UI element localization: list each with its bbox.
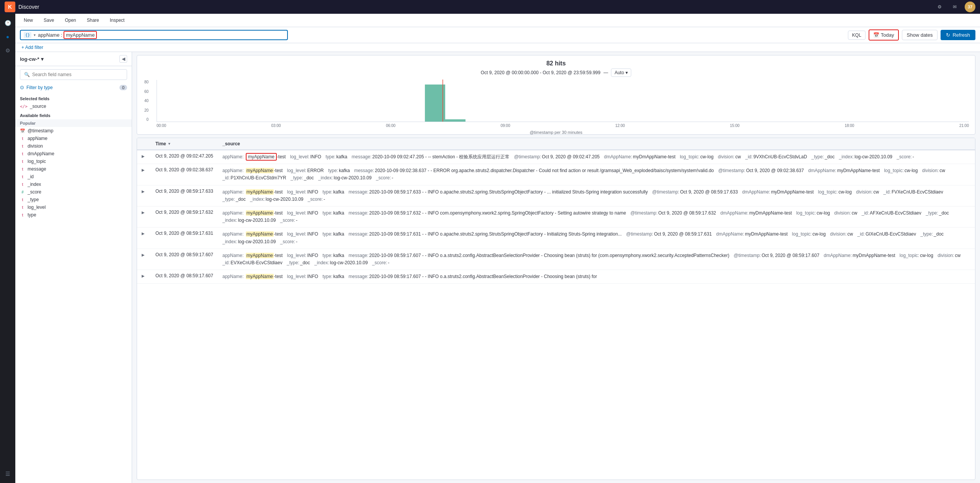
source-cell: appName: myAppName-test log_level:INFO t… (218, 185, 975, 206)
nav-settings-icon[interactable]: ⚙ (2, 44, 14, 57)
field-name-division: division (28, 143, 43, 149)
time-cell: Oct 9, 2020 @ 09:02:47.205 (151, 150, 218, 164)
field-type-icon-type: t (20, 213, 25, 217)
field-type-icon-id: t (20, 175, 25, 179)
expand-button[interactable]: ▶ (142, 274, 145, 278)
save-button[interactable]: Save (40, 16, 58, 24)
filter-bar: + Add filter (15, 43, 980, 52)
kql-button[interactable]: KQL (848, 31, 866, 40)
field-item-score[interactable]: # _score (15, 188, 132, 196)
expand-cell[interactable]: ▶ (137, 228, 151, 249)
show-dates-button[interactable]: Show dates (902, 30, 938, 40)
expand-cell[interactable]: ▶ (137, 249, 151, 270)
top-navigation: K Discover ⚙ ✉ 37 (0, 0, 980, 14)
source-cell: appName: myAppName-test log_level:INFO t… (218, 249, 975, 270)
field-item-logtopic[interactable]: t log_topic (15, 158, 132, 165)
field-type-icon-index: t (20, 182, 25, 187)
index-pattern-selector[interactable]: log-cw-* ▾ (20, 56, 44, 62)
expand-button[interactable]: ▶ (142, 253, 145, 257)
expand-cell[interactable]: ▶ (137, 185, 151, 206)
inspect-button[interactable]: Inspect (106, 16, 129, 24)
time-cell: Oct 9, 2020 @ 08:59:17.633 (151, 185, 218, 206)
field-item-source[interactable]: </> _source (15, 102, 132, 110)
field-item-type[interactable]: t type (15, 211, 132, 219)
expand-cell[interactable]: ▶ (137, 150, 151, 164)
field-name-appname: appName (28, 136, 47, 141)
nav-icons: ⚙ ✉ 37 (934, 2, 975, 12)
field-type-icon-timestamp: 📅 (20, 128, 25, 133)
toolbar: New Save Open Share Inspect (15, 14, 980, 27)
field-type-icon-logtopic: t (20, 159, 25, 164)
source-cell: appName: myAppName-test log_level:INFO t… (218, 228, 975, 249)
time-range-separator: — (603, 70, 608, 75)
chart-timestamp-label: @timestamp per 30 minutes (143, 130, 969, 135)
field-item-index[interactable]: t _index (15, 181, 132, 188)
expand-button[interactable]: ▶ (142, 154, 145, 158)
field-item-dmappname[interactable]: t dmAppName (15, 150, 132, 158)
add-filter-button[interactable]: + Add filter (20, 44, 45, 51)
expand-button[interactable]: ▶ (142, 189, 145, 194)
hits-info: 82 hits (143, 60, 969, 67)
expand-button[interactable]: ▶ (142, 168, 145, 172)
th-expand (137, 138, 151, 150)
th-time[interactable]: Time ▼ (151, 138, 218, 150)
open-button[interactable]: Open (61, 16, 80, 24)
share-button[interactable]: Share (83, 16, 103, 24)
query-chevron-icon[interactable]: ▾ (34, 33, 36, 37)
expand-cell[interactable]: ▶ (137, 270, 151, 284)
time-range-bar: Oct 9, 2020 @ 00:00:00.000 - Oct 9, 2020… (143, 68, 969, 77)
mail-icon[interactable]: ✉ (949, 2, 960, 12)
filter-by-type-button[interactable]: ⊙ Filter by type (20, 85, 53, 90)
field-type-icon-score: # (20, 190, 25, 194)
date-value: Today (881, 32, 894, 38)
expand-button[interactable]: ▶ (142, 231, 145, 236)
results-container[interactable]: Time ▼ _source ▶ Oct 9, 2 (137, 138, 975, 480)
field-item-appname[interactable]: t appName (15, 135, 132, 142)
time-cell: Oct 9, 2020 @ 08:59:17.631 (151, 228, 218, 249)
table-row: ▶ Oct 9, 2020 @ 08:59:17.633 appName: my… (137, 185, 975, 206)
field-type-icon-source: </> (20, 104, 28, 109)
nav-discover-icon[interactable]: ● (2, 31, 14, 43)
field-name-type-meta: _type (28, 197, 39, 202)
field-item-division[interactable]: t division (15, 142, 132, 150)
field-item-id[interactable]: t _id (15, 173, 132, 181)
new-button[interactable]: New (20, 16, 37, 24)
filter-by-type-row: ⊙ Filter by type 0 (15, 83, 132, 93)
time-range-text: Oct 9, 2020 @ 00:00:00.000 - Oct 9, 2020… (481, 70, 601, 75)
chart-wrapper: 80 60 40 20 0 (143, 80, 969, 130)
settings-icon[interactable]: ⚙ (934, 2, 945, 12)
query-text: appName : myAppName (38, 32, 97, 38)
date-calendar-button[interactable]: 📅 Today (869, 30, 898, 40)
chart-bar-secondary (445, 119, 466, 122)
field-name-logtopic: log_topic (28, 159, 46, 164)
table-row: ▶ Oct 9, 2020 @ 08:59:17.632 appName: my… (137, 206, 975, 227)
expand-button[interactable]: ▶ (142, 210, 145, 215)
index-pattern-chevron: ▾ (41, 56, 44, 62)
query-input-wrapper: {} ▾ appName : myAppName (20, 30, 288, 40)
refresh-button[interactable]: ↻ Refresh (941, 30, 975, 40)
nav-recent-icon[interactable]: 🕐 (2, 17, 14, 29)
expand-cell[interactable]: ▶ (137, 164, 151, 185)
collapse-sidebar-button[interactable]: ◀ (119, 55, 127, 63)
x-axis-labels: 00:00 03:00 06:00 09:00 12:00 15:00 18:0… (157, 123, 969, 128)
dsl-icon: {} (24, 32, 31, 38)
chart-bars: 80 60 40 20 0 (157, 80, 969, 122)
search-fields-input[interactable] (32, 72, 123, 77)
field-item-type-meta[interactable]: t _type (15, 196, 132, 203)
field-name-loglevel: log_level (28, 205, 46, 210)
selected-fields-title: Selected fields (15, 93, 132, 102)
expand-cell[interactable]: ▶ (137, 206, 151, 227)
field-item-message[interactable]: t message (15, 165, 132, 173)
field-type-icon-message: t (20, 167, 25, 171)
data-area: 82 hits Oct 9, 2020 @ 00:00:00.000 - Oct… (132, 52, 980, 483)
field-item-timestamp[interactable]: 📅 @timestamp (15, 127, 132, 135)
nav-bottom-icon[interactable]: ☰ (2, 468, 14, 480)
filter-count-badge: 0 (119, 85, 127, 90)
auto-interval-select[interactable]: Auto ▾ (611, 68, 631, 77)
table-row: ▶ Oct 9, 2020 @ 08:59:17.607 appName: my… (137, 270, 975, 284)
field-item-loglevel[interactable]: t log_level (15, 203, 132, 211)
th-source: _source (218, 138, 975, 150)
field-type-icon-loglevel: t (20, 205, 25, 210)
user-avatar[interactable]: 37 (965, 2, 975, 12)
source-cell: appName: myAppName-test log_level:ERROR … (218, 164, 975, 185)
